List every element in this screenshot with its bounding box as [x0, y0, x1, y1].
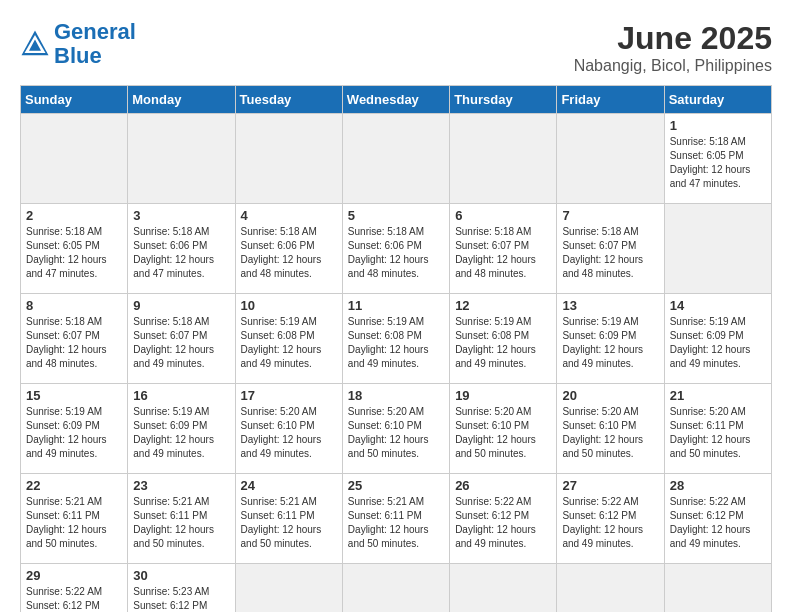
calendar-cell: 26Sunrise: 5:22 AMSunset: 6:12 PMDayligh…: [450, 474, 557, 564]
day-number: 11: [348, 298, 444, 313]
day-info: Sunrise: 5:18 AMSunset: 6:07 PMDaylight:…: [26, 316, 107, 369]
calendar-cell: 3Sunrise: 5:18 AMSunset: 6:06 PMDaylight…: [128, 204, 235, 294]
day-info: Sunrise: 5:20 AMSunset: 6:10 PMDaylight:…: [348, 406, 429, 459]
calendar-cell: 10Sunrise: 5:19 AMSunset: 6:08 PMDayligh…: [235, 294, 342, 384]
day-number: 8: [26, 298, 122, 313]
day-info: Sunrise: 5:22 AMSunset: 6:12 PMDaylight:…: [670, 496, 751, 549]
header-tuesday: Tuesday: [235, 86, 342, 114]
day-info: Sunrise: 5:20 AMSunset: 6:10 PMDaylight:…: [562, 406, 643, 459]
day-number: 10: [241, 298, 337, 313]
day-info: Sunrise: 5:19 AMSunset: 6:08 PMDaylight:…: [455, 316, 536, 369]
day-number: 15: [26, 388, 122, 403]
calendar-cell: 25Sunrise: 5:21 AMSunset: 6:11 PMDayligh…: [342, 474, 449, 564]
day-number: 5: [348, 208, 444, 223]
day-number: 17: [241, 388, 337, 403]
calendar-cell: [235, 564, 342, 613]
day-info: Sunrise: 5:18 AMSunset: 6:06 PMDaylight:…: [241, 226, 322, 279]
day-number: 6: [455, 208, 551, 223]
calendar-cell: 15Sunrise: 5:19 AMSunset: 6:09 PMDayligh…: [21, 384, 128, 474]
day-info: Sunrise: 5:21 AMSunset: 6:11 PMDaylight:…: [241, 496, 322, 549]
calendar-cell: [450, 564, 557, 613]
day-info: Sunrise: 5:21 AMSunset: 6:11 PMDaylight:…: [348, 496, 429, 549]
day-number: 24: [241, 478, 337, 493]
header-wednesday: Wednesday: [342, 86, 449, 114]
day-number: 18: [348, 388, 444, 403]
day-info: Sunrise: 5:19 AMSunset: 6:09 PMDaylight:…: [133, 406, 214, 459]
day-number: 14: [670, 298, 766, 313]
calendar-cell: 17Sunrise: 5:20 AMSunset: 6:10 PMDayligh…: [235, 384, 342, 474]
day-number: 13: [562, 298, 658, 313]
day-info: Sunrise: 5:22 AMSunset: 6:12 PMDaylight:…: [562, 496, 643, 549]
logo-text: General Blue: [54, 20, 136, 68]
day-number: 21: [670, 388, 766, 403]
calendar-cell: 18Sunrise: 5:20 AMSunset: 6:10 PMDayligh…: [342, 384, 449, 474]
day-info: Sunrise: 5:18 AMSunset: 6:05 PMDaylight:…: [670, 136, 751, 189]
day-info: Sunrise: 5:20 AMSunset: 6:10 PMDaylight:…: [455, 406, 536, 459]
calendar-cell: 23Sunrise: 5:21 AMSunset: 6:11 PMDayligh…: [128, 474, 235, 564]
day-info: Sunrise: 5:18 AMSunset: 6:06 PMDaylight:…: [133, 226, 214, 279]
header-sunday: Sunday: [21, 86, 128, 114]
day-number: 3: [133, 208, 229, 223]
day-info: Sunrise: 5:21 AMSunset: 6:11 PMDaylight:…: [26, 496, 107, 549]
logo: General Blue: [20, 20, 136, 68]
day-number: 2: [26, 208, 122, 223]
calendar-cell: 9Sunrise: 5:18 AMSunset: 6:07 PMDaylight…: [128, 294, 235, 384]
calendar-cell: [21, 114, 128, 204]
title-area: June 2025 Nabangig, Bicol, Philippines: [574, 20, 772, 75]
day-number: 25: [348, 478, 444, 493]
day-info: Sunrise: 5:23 AMSunset: 6:12 PMDaylight:…: [133, 586, 214, 612]
calendar-cell: 13Sunrise: 5:19 AMSunset: 6:09 PMDayligh…: [557, 294, 664, 384]
calendar-header-row: SundayMondayTuesdayWednesdayThursdayFrid…: [21, 86, 772, 114]
day-info: Sunrise: 5:18 AMSunset: 6:07 PMDaylight:…: [562, 226, 643, 279]
calendar-cell: [664, 204, 771, 294]
day-info: Sunrise: 5:20 AMSunset: 6:10 PMDaylight:…: [241, 406, 322, 459]
logo-icon: [20, 29, 50, 59]
calendar-cell: 29Sunrise: 5:22 AMSunset: 6:12 PMDayligh…: [21, 564, 128, 613]
calendar-cell: 4Sunrise: 5:18 AMSunset: 6:06 PMDaylight…: [235, 204, 342, 294]
location-title: Nabangig, Bicol, Philippines: [574, 57, 772, 75]
calendar-cell: 24Sunrise: 5:21 AMSunset: 6:11 PMDayligh…: [235, 474, 342, 564]
day-number: 27: [562, 478, 658, 493]
day-info: Sunrise: 5:19 AMSunset: 6:09 PMDaylight:…: [26, 406, 107, 459]
header: General Blue June 2025 Nabangig, Bicol, …: [20, 20, 772, 75]
calendar-cell: 14Sunrise: 5:19 AMSunset: 6:09 PMDayligh…: [664, 294, 771, 384]
day-info: Sunrise: 5:18 AMSunset: 6:07 PMDaylight:…: [133, 316, 214, 369]
day-number: 23: [133, 478, 229, 493]
header-thursday: Thursday: [450, 86, 557, 114]
day-number: 16: [133, 388, 229, 403]
day-info: Sunrise: 5:21 AMSunset: 6:11 PMDaylight:…: [133, 496, 214, 549]
calendar-cell: [664, 564, 771, 613]
logo-line1: General: [54, 19, 136, 44]
calendar-body: 1Sunrise: 5:18 AMSunset: 6:05 PMDaylight…: [21, 114, 772, 613]
day-info: Sunrise: 5:20 AMSunset: 6:11 PMDaylight:…: [670, 406, 751, 459]
calendar-cell: 22Sunrise: 5:21 AMSunset: 6:11 PMDayligh…: [21, 474, 128, 564]
day-info: Sunrise: 5:19 AMSunset: 6:08 PMDaylight:…: [241, 316, 322, 369]
day-number: 22: [26, 478, 122, 493]
day-number: 1: [670, 118, 766, 133]
day-info: Sunrise: 5:19 AMSunset: 6:08 PMDaylight:…: [348, 316, 429, 369]
day-info: Sunrise: 5:19 AMSunset: 6:09 PMDaylight:…: [670, 316, 751, 369]
calendar-cell: 11Sunrise: 5:19 AMSunset: 6:08 PMDayligh…: [342, 294, 449, 384]
calendar-cell: [557, 564, 664, 613]
calendar-cell: 28Sunrise: 5:22 AMSunset: 6:12 PMDayligh…: [664, 474, 771, 564]
calendar-cell: 2Sunrise: 5:18 AMSunset: 6:05 PMDaylight…: [21, 204, 128, 294]
day-info: Sunrise: 5:22 AMSunset: 6:12 PMDaylight:…: [26, 586, 107, 612]
day-number: 30: [133, 568, 229, 583]
calendar-cell: 8Sunrise: 5:18 AMSunset: 6:07 PMDaylight…: [21, 294, 128, 384]
day-number: 26: [455, 478, 551, 493]
day-number: 28: [670, 478, 766, 493]
day-info: Sunrise: 5:18 AMSunset: 6:05 PMDaylight:…: [26, 226, 107, 279]
header-monday: Monday: [128, 86, 235, 114]
calendar-cell: 21Sunrise: 5:20 AMSunset: 6:11 PMDayligh…: [664, 384, 771, 474]
day-number: 19: [455, 388, 551, 403]
header-saturday: Saturday: [664, 86, 771, 114]
day-info: Sunrise: 5:19 AMSunset: 6:09 PMDaylight:…: [562, 316, 643, 369]
month-title: June 2025: [574, 20, 772, 57]
day-number: 4: [241, 208, 337, 223]
day-number: 29: [26, 568, 122, 583]
calendar-cell: 30Sunrise: 5:23 AMSunset: 6:12 PMDayligh…: [128, 564, 235, 613]
day-info: Sunrise: 5:18 AMSunset: 6:07 PMDaylight:…: [455, 226, 536, 279]
calendar-cell: 19Sunrise: 5:20 AMSunset: 6:10 PMDayligh…: [450, 384, 557, 474]
calendar-cell: 16Sunrise: 5:19 AMSunset: 6:09 PMDayligh…: [128, 384, 235, 474]
calendar-cell: 12Sunrise: 5:19 AMSunset: 6:08 PMDayligh…: [450, 294, 557, 384]
